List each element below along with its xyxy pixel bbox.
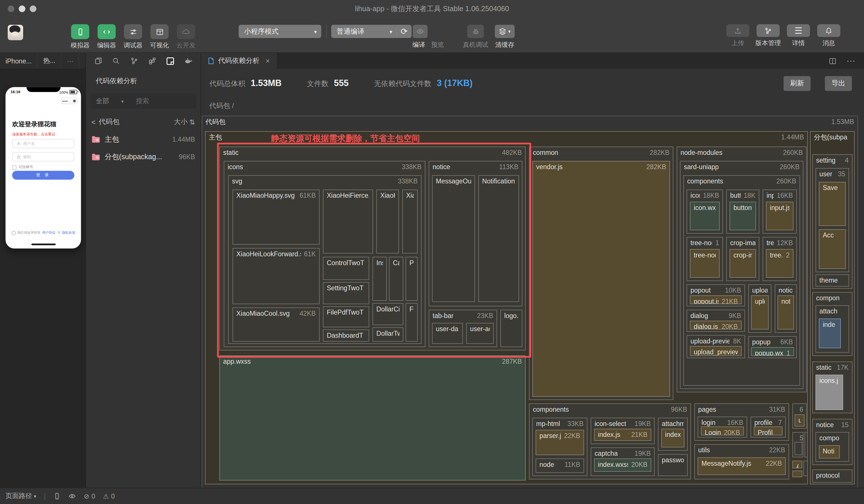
agreement-row[interactable]: 我已阅读并同意用户协议与隐私政策 [5,230,81,235]
treemap-node[interactable]: sv [795,442,802,455]
treemap-node[interactable]: vendor.js282KB [532,161,670,397]
upload-button[interactable]: 上传 [726,24,750,47]
page-path-select[interactable]: 页面路径 ▾ [5,491,36,501]
treemap-node[interactable]: Save [819,182,846,226]
compile-button[interactable]: ⟳ [396,25,412,38]
visualizer-button[interactable]: 可视化 [148,24,171,50]
remember-checkbox[interactable]: 记住账号 [12,165,33,170]
close-tab-icon[interactable]: × [266,57,270,65]
treemap-node[interactable]: XiaoM [402,189,418,253]
treemap-node[interactable]: XiaoHeiFierce.s [323,189,373,253]
clear-cache-button[interactable]: ▾ [495,25,515,38]
treemap-node[interactable]: input.js [766,202,793,230]
treemap-node[interactable]: Notification [478,175,519,302]
treemap-node[interactable]: SettingTwoT [323,282,369,304]
treemap-node[interactable]: popout.js21KB [690,296,742,304]
back-chevron[interactable]: < [92,118,95,126]
files-icon[interactable] [93,57,104,65]
treemap-node[interactable]: uploa [751,296,769,330]
user-agreement-link[interactable]: 用户协议 [42,230,56,235]
preview-button[interactable] [413,25,428,38]
more-actions-icon[interactable]: ⋯ [846,56,855,66]
treemap-node[interactable]: app.wxss287KB [219,356,526,481]
compile-mode-select[interactable]: 普通编译 ▾ [331,25,396,38]
treemap-node[interactable]: MessageOu [432,175,475,302]
mode-select[interactable]: 小程序模式 ▾ [239,25,321,38]
treemap-node[interactable]: Apr [792,460,802,468]
treemap-node[interactable]: a [805,432,808,457]
treemap-node[interactable]: DashboardT [323,329,369,341]
package-item-main[interactable]: 主包 1.44MB [92,134,195,145]
source-control-icon[interactable] [129,57,140,65]
tab-iphone[interactable]: iPhone... [0,53,38,69]
treemap-node[interactable]: dialog.js20KB [690,321,742,329]
treemap-node[interactable]: FilePdfTwoT [323,306,369,327]
password-field[interactable]: 密码 [12,152,74,161]
tab-more[interactable]: ··· [61,53,80,69]
treemap-node[interactable]: MessageNotify.js22KB [698,457,786,475]
treemap-node[interactable]: user-da [432,323,463,344]
treemap-node[interactable]: Insu [373,257,387,301]
refresh-button[interactable]: 刷新 [783,76,811,91]
privacy-policy-link[interactable]: 隐私政策 [62,230,75,235]
debugger-button[interactable]: 调试器 [121,24,145,50]
treemap-node[interactable]: XiaoMiaoCool.svg42KB [232,308,320,342]
package-item-sub[interactable]: 分包(subpackag... 96KB [92,152,195,162]
treemap-node[interactable]: inde [819,319,841,348]
treemap-node[interactable]: button.w [730,202,756,230]
treemap-node[interactable] [803,460,808,476]
login-error-text[interactable]: 连接服务器失败，点击重试 [12,132,55,137]
device-icon[interactable] [53,493,61,500]
treemap-node[interactable]: DollarCircl [373,303,404,325]
treemap-node[interactable]: PieC [405,257,418,301]
treemap-node[interactable]: upload_preview [690,346,742,356]
treemap-node[interactable]: Noti [819,445,840,458]
device-debug-button[interactable] [467,25,484,38]
treemap-node[interactable]: popup.wxss1 [751,347,794,356]
treemap-node[interactable]: FireT [405,303,418,342]
username-field[interactable]: 用户名 [12,139,74,148]
treemap-node[interactable]: protocol [812,469,853,483]
treemap-node[interactable]: logo.p [500,310,522,347]
search-icon[interactable] [110,57,122,65]
treemap-node[interactable]: notic [778,296,794,330]
treemap-node[interactable]: tree.js2 [766,249,793,278]
treemap-node[interactable]: password [658,454,688,476]
error-count[interactable]: ⊘0 [84,492,95,500]
split-editor-icon[interactable] [829,56,837,66]
details-button[interactable]: ☰ 详情 [786,24,811,47]
treemap-node[interactable] [792,470,802,477]
cloud-dev-button[interactable]: 云开发 [174,24,198,50]
docker-icon[interactable] [183,57,194,65]
capsule-menu[interactable]: ●●● ◉ [61,97,78,104]
search-input[interactable]: 搜索 [129,97,149,106]
treemap-node[interactable]: DollarTwoT [373,327,404,342]
simulator-button[interactable]: 模拟器 [68,24,92,50]
treemap-node[interactable]: crop-ima [730,249,756,278]
treemap-node[interactable]: Profil [754,427,782,435]
treemap-node[interactable]: parser.js22KB [536,430,584,455]
dependency-analysis-icon[interactable] [165,57,176,65]
messages-button[interactable]: 消息 [817,24,841,47]
treemap-node[interactable]: user [795,414,805,426]
treemap-node[interactable]: XiaoMiaoHappy.svg61KB [232,189,320,244]
treemap-node[interactable]: XiaoHe [376,189,399,253]
sort-control[interactable]: 大小⇅ [174,117,195,127]
root-label[interactable]: 代码包 [99,117,119,127]
export-button[interactable]: 导出 [825,76,852,91]
eye-icon[interactable] [68,493,76,500]
treemap-breadcrumb[interactable]: 代码包 / [209,101,234,111]
treemap-node[interactable]: tree-nod [690,249,720,278]
tab-dependency-analysis[interactable]: 代码依赖分析 × [201,53,276,69]
treemap-node[interactable]: Acc [819,229,846,269]
version-management-button[interactable]: 版本管理 [756,24,780,47]
treemap-node[interactable]: index.wxss20KB [594,459,651,472]
treemap-node[interactable]: index.js21KB [594,429,651,441]
avatar[interactable] [8,25,23,40]
no-dependency-link[interactable]: 3 (17KB) [437,78,472,88]
extensions-icon[interactable] [147,57,158,65]
treemap-node[interactable]: theme [815,274,849,286]
treemap-node[interactable]: icons.j [815,374,843,410]
warning-count[interactable]: ⚠0 [103,492,115,500]
treemap-node[interactable]: index.js [661,429,684,447]
